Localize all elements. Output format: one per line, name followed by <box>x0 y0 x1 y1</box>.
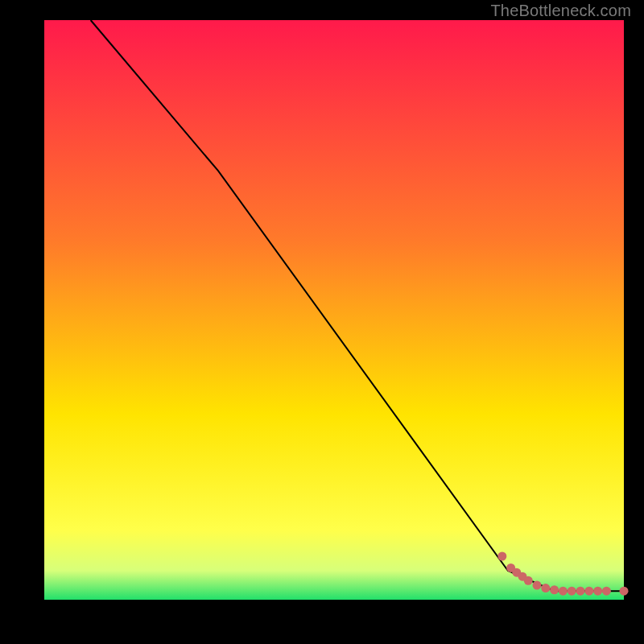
attribution-label: TheBottleneck.com <box>490 2 631 20</box>
scatter-dot <box>559 587 568 596</box>
plot-background <box>44 20 624 600</box>
scatter-dot <box>497 552 506 561</box>
scatter-dot <box>533 581 542 590</box>
scatter-dot <box>568 587 576 596</box>
scatter-dot <box>524 576 533 585</box>
scatter-dot <box>602 587 611 596</box>
scatter-dot <box>593 587 602 596</box>
bottleneck-chart <box>0 0 644 644</box>
scatter-dot <box>541 584 550 592</box>
scatter-dot <box>620 587 629 596</box>
scatter-dot <box>576 587 585 596</box>
scatter-dot <box>550 585 559 594</box>
scatter-dot <box>584 587 593 596</box>
chart-container: TheBottleneck.com <box>0 0 644 644</box>
